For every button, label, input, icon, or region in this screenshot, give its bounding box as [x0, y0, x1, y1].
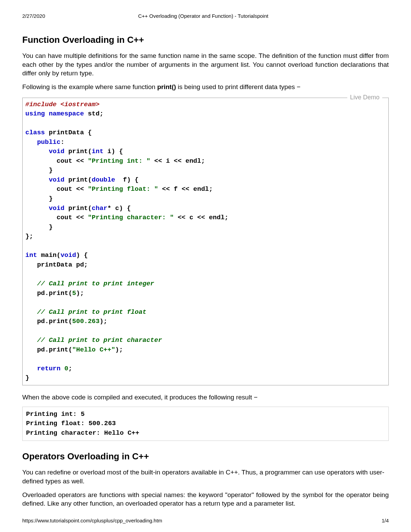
tok-main: main	[37, 251, 57, 259]
section2-p1: You can redefine or overload most of the…	[22, 468, 389, 485]
tok-cref: c	[186, 214, 197, 221]
tok-ls8: <<	[178, 214, 186, 221]
tok-void3: void	[49, 205, 64, 212]
tok-int2: int	[25, 251, 37, 259]
tok-hello: "Hello C++"	[72, 346, 115, 354]
tok-using: using	[25, 110, 45, 117]
tok-comfloat: // Call print to print float	[37, 308, 146, 316]
tok-lp5: (	[68, 289, 72, 297]
print-title: C++ Overloading (Operator and Function) …	[45, 13, 361, 19]
p2-bold: print()	[157, 83, 176, 90]
tok-c: c	[111, 205, 119, 212]
tok-f: f	[115, 176, 127, 184]
tok-rp4: )	[76, 251, 80, 259]
tok-include: #include	[25, 101, 57, 108]
tok-printfn2: print	[64, 176, 88, 184]
tok-semi2: ;	[201, 157, 205, 165]
tok-pddecl: printData pd	[25, 261, 84, 269]
tok-pc1: print	[49, 289, 68, 297]
print-footer: https://www.tutorialspoint.com/cplusplus…	[22, 518, 389, 523]
tok-pc3: print	[49, 346, 68, 354]
section2-heading: Operators Overloading in C++	[22, 451, 389, 462]
tok-rp2: )	[127, 176, 131, 184]
tok-lp7: (	[68, 346, 72, 354]
tok-semi5: ;	[84, 261, 88, 269]
section1-heading: Function Overloading in C++	[22, 35, 389, 45]
tok-ls3: <<	[174, 157, 182, 165]
tok-semi3: ;	[209, 185, 213, 193]
tok-lp2: (	[88, 176, 91, 184]
tok-rp6: )	[100, 318, 103, 325]
live-demo-label[interactable]: Live Demo	[347, 94, 382, 101]
tok-lp6: (	[68, 318, 72, 325]
tok-zero: 0	[61, 365, 68, 372]
tok-semi9: ;	[68, 365, 72, 372]
tok-ls6: <<	[182, 185, 189, 193]
tok-star: *	[107, 205, 111, 212]
tok-return: return	[37, 365, 60, 372]
tok-cout2: cout	[57, 185, 76, 193]
tok-colon1: :	[61, 138, 64, 146]
tok-iref: i	[162, 157, 174, 165]
tok-ls7: <<	[76, 214, 84, 221]
tok-endl3: endl	[205, 214, 225, 221]
tok-semi1: ;	[100, 110, 103, 117]
tok-lp1: (	[88, 148, 91, 155]
tok-printData: printData	[45, 129, 88, 136]
code-block-container: Live Demo #include <iostream> using name…	[22, 98, 389, 385]
tok-pc2: print	[49, 318, 68, 325]
tok-class: class	[25, 129, 45, 136]
tok-dot3: .	[45, 346, 49, 354]
tok-rp5: )	[76, 289, 80, 297]
tok-dot2: .	[45, 318, 49, 325]
tok-ls2: <<	[154, 157, 162, 165]
tok-comchar: // Call print to print character	[37, 336, 162, 344]
tok-iostream: <iostream>	[57, 101, 99, 108]
section1-p2: Following is the example where same func…	[22, 83, 389, 91]
footer-url: https://www.tutorialspoint.com/cplusplus…	[22, 518, 162, 523]
tok-rp3: )	[119, 205, 123, 212]
section2-p2: Overloaded operators are functions with …	[22, 491, 389, 508]
tok-lb4: {	[127, 205, 131, 212]
tok-sp2	[131, 176, 135, 184]
tok-void2: void	[49, 176, 64, 184]
header-spacer	[361, 13, 389, 19]
section1-p1: You can have multiple definitions for th…	[22, 51, 389, 78]
tok-ls9: <<	[197, 214, 205, 221]
tok-rp1: )	[111, 148, 115, 155]
tok-sp3	[123, 205, 127, 212]
tok-rb2: }	[49, 195, 52, 202]
tok-five: 5	[72, 289, 76, 297]
tok-fref: f	[170, 185, 182, 193]
tok-double: double	[92, 176, 115, 184]
tok-strint: "Printing int: "	[84, 157, 154, 165]
tok-sp4	[80, 251, 84, 259]
tok-strchar: "Printing character: "	[84, 214, 178, 221]
tok-pd3: pd	[37, 346, 45, 354]
print-date: 2/27/2020	[22, 13, 45, 19]
tok-cout1: cout	[57, 157, 76, 165]
tok-semi7: ;	[103, 318, 107, 325]
tok-ls4: <<	[76, 185, 84, 193]
tok-semi8: ;	[119, 346, 123, 354]
tok-classend: };	[25, 233, 33, 240]
tok-lb2: {	[119, 148, 123, 155]
output-block: Printing int: 5 Printing float: 500.263 …	[22, 407, 389, 441]
tok-void4: void	[61, 251, 76, 259]
tok-ls1: <<	[76, 157, 84, 165]
tok-rb1: }	[49, 166, 52, 174]
tok-comint: // Call print to print integer	[37, 280, 154, 287]
tok-cout3: cout	[57, 214, 76, 221]
tok-char: char	[92, 205, 108, 212]
tok-namespace: namespace	[45, 110, 84, 117]
tok-std: std	[84, 110, 100, 117]
tok-rb3: }	[49, 223, 52, 231]
footer-page: 1/4	[382, 518, 389, 523]
tok-void1: void	[49, 148, 64, 155]
tok-int1: int	[92, 148, 103, 155]
tok-rb5: }	[25, 374, 29, 382]
code-block: #include <iostream> using namespace std;…	[23, 98, 388, 385]
p2-post: is being used to print different data ty…	[176, 83, 301, 90]
tok-rp7: )	[115, 346, 119, 354]
p2-pre: Following is the example where same func…	[22, 83, 157, 90]
